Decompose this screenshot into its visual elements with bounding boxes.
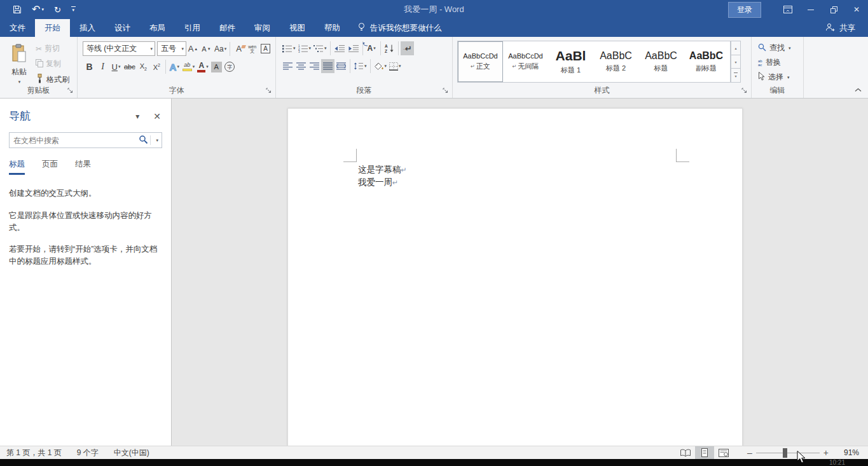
share-button[interactable]: 共享 (813, 19, 868, 37)
find-dropdown-icon[interactable]: ▾ (789, 46, 791, 51)
distributed-button[interactable] (334, 59, 348, 73)
shrink-font-button[interactable]: A▼ (200, 42, 213, 56)
customize-quick-access-icon[interactable]: ▾ (71, 6, 76, 13)
text-highlight-button[interactable]: ab▾ (181, 60, 196, 74)
multilevel-list-button[interactable]: ▾ (312, 41, 328, 55)
sort-button[interactable]: AZ (383, 41, 396, 55)
styles-more-icon[interactable]: ▾ (731, 69, 741, 83)
document-page[interactable]: 这是字幕稿↵ 我爱一周↵ (287, 108, 743, 446)
styles-scroll-down-icon[interactable]: ▾ (731, 55, 741, 69)
replace-button[interactable]: abac 替换 (758, 56, 803, 69)
style-title[interactable]: AaBbC 标题 (638, 41, 684, 82)
font-color-button[interactable]: A▾ (196, 60, 210, 74)
search-magnifier-icon[interactable] (139, 135, 148, 146)
undo-dropdown-icon[interactable]: ▾ (41, 7, 44, 12)
collapse-ribbon-icon[interactable] (855, 85, 862, 94)
styles-scroll-up-icon[interactable]: ▴ (731, 41, 741, 55)
font-name-combo[interactable]: 等线 (中文正文▾ (83, 41, 155, 56)
style-subtitle[interactable]: AaBbC 副标题 (684, 41, 729, 82)
select-dropdown-icon[interactable]: ▾ (787, 75, 790, 80)
align-left-button[interactable] (281, 59, 294, 73)
align-right-button[interactable] (308, 59, 321, 73)
tab-insert[interactable]: 插入 (70, 19, 105, 37)
search-options-dropdown-icon[interactable]: ▾ (153, 138, 162, 143)
subscript-button[interactable]: X2 (137, 60, 150, 74)
paste-button[interactable]: 粘贴 ▾ (6, 41, 32, 91)
tab-mailings[interactable]: 邮件 (210, 19, 245, 37)
character-shading-button[interactable]: A (210, 60, 223, 74)
read-mode-button[interactable] (676, 446, 695, 459)
asian-layout-button[interactable]: A▾ (365, 41, 378, 55)
language-indicator[interactable]: 中文(中国) (106, 448, 157, 458)
style-normal[interactable]: AaBbCcDd ↵正文 (458, 41, 503, 82)
underline-dropdown-icon[interactable]: ▾ (118, 64, 121, 69)
zoom-in-button[interactable]: + (820, 448, 832, 458)
document-text[interactable]: 这是字幕稿↵ 我爱一周↵ (358, 163, 407, 189)
grow-font-button[interactable]: A▲ (186, 42, 200, 56)
tab-review[interactable]: 审阅 (245, 19, 280, 37)
navigation-close-icon[interactable]: ✕ (153, 111, 161, 121)
tab-view[interactable]: 视图 (280, 19, 315, 37)
zoom-slider-thumb[interactable] (783, 448, 787, 458)
decrease-indent-button[interactable] (333, 41, 347, 55)
phonetic-guide-button[interactable]: wén文 (245, 42, 259, 56)
restore-button[interactable] (822, 0, 845, 19)
font-size-combo[interactable]: 五号▾ (157, 41, 186, 56)
tab-help[interactable]: 帮助 (315, 19, 350, 37)
save-icon[interactable] (13, 5, 22, 14)
strikethrough-button[interactable]: abc (123, 60, 137, 74)
character-border-button[interactable]: A (259, 42, 272, 56)
shading-button[interactable]: ▾ (373, 59, 389, 73)
change-case-button[interactable]: Aa▾ (213, 42, 228, 56)
copy-button[interactable]: 复制 (36, 58, 69, 69)
web-layout-button[interactable] (714, 446, 733, 459)
nav-tab-pages[interactable]: 页面 (42, 159, 58, 175)
format-painter-button[interactable]: 格式刷 (36, 74, 69, 85)
zoom-level[interactable]: 91% (835, 448, 859, 457)
word-count[interactable]: 9 个字 (69, 448, 106, 458)
nav-tab-headings[interactable]: 标题 (9, 159, 25, 175)
tell-me-box[interactable]: 告诉我你想要做什么 (350, 19, 450, 37)
italic-button[interactable]: I (96, 60, 109, 74)
print-layout-button[interactable] (695, 446, 714, 459)
cut-button[interactable]: ✂剪切 (36, 43, 69, 54)
style-heading2[interactable]: AaBbC 标题 2 (593, 41, 638, 82)
bold-button[interactable]: B (83, 60, 96, 74)
redo-button[interactable]: ↻ (54, 6, 61, 14)
tab-file[interactable]: 文件 (0, 19, 35, 37)
align-center-button[interactable] (294, 59, 308, 73)
undo-button[interactable]: ↶▾ (32, 4, 44, 15)
find-button[interactable]: 查找 ▾ (758, 41, 803, 55)
increase-indent-button[interactable] (347, 41, 361, 55)
style-heading1[interactable]: AaBl 标题 1 (548, 41, 593, 82)
borders-button[interactable]: ▾ (388, 59, 403, 73)
minimize-button[interactable] (799, 0, 822, 19)
tab-references[interactable]: 引用 (175, 19, 210, 37)
signin-button[interactable]: 登录 (728, 2, 761, 18)
show-hide-marks-button[interactable]: →↵ (401, 41, 414, 55)
tab-design[interactable]: 设计 (105, 19, 140, 37)
close-button[interactable]: ✕ (845, 0, 868, 19)
select-button[interactable]: 选择 ▾ (758, 71, 803, 84)
justify-button[interactable] (321, 59, 334, 73)
tab-home[interactable]: 开始 (35, 19, 70, 37)
search-input[interactable] (10, 136, 139, 145)
paste-dropdown-icon[interactable]: ▾ (18, 79, 21, 85)
navigation-options-dropdown-icon[interactable]: ▾ (135, 112, 139, 121)
zoom-out-button[interactable]: – (743, 448, 756, 458)
numbering-button[interactable]: 123▾ (297, 41, 313, 55)
tab-layout[interactable]: 布局 (140, 19, 175, 37)
clear-formatting-button[interactable]: A (232, 42, 245, 56)
underline-button[interactable]: U▾ (109, 60, 123, 74)
text-effects-button[interactable]: A▾ (168, 60, 181, 74)
zoom-slider[interactable] (756, 448, 820, 458)
page-indicator[interactable]: 第 1 页，共 1 页 (0, 448, 69, 458)
document-area[interactable]: 这是字幕稿↵ 我爱一周↵ (172, 99, 868, 446)
style-no-spacing[interactable]: AaBbCcDd ↵无间隔 (503, 41, 548, 82)
superscript-button[interactable]: X2 (150, 60, 163, 74)
nav-tab-results[interactable]: 结果 (75, 159, 91, 175)
ribbon-display-options-icon[interactable] (776, 0, 799, 19)
enclose-characters-button[interactable]: 字 (223, 60, 237, 74)
bullets-button[interactable]: ▾ (281, 41, 297, 55)
line-spacing-button[interactable]: ▾ (352, 59, 368, 73)
